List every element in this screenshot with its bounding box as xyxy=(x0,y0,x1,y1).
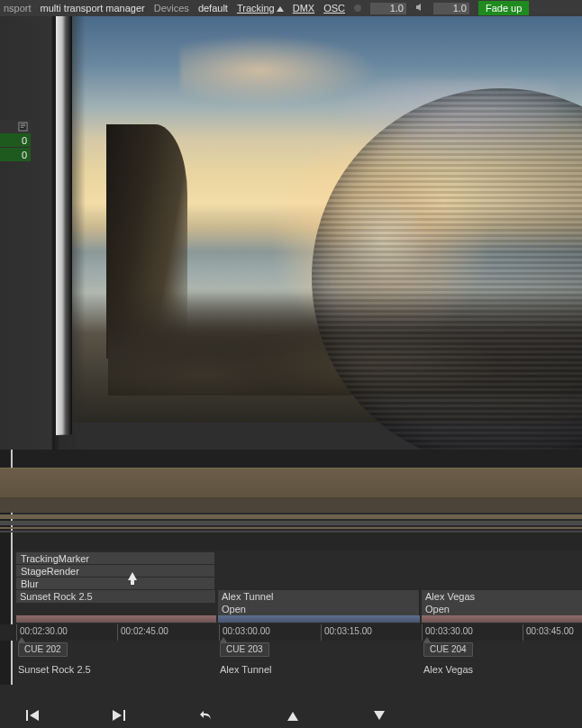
clip[interactable]: Sunset Rock 2.5 xyxy=(16,590,216,603)
cue-marker[interactable]: CUE 203 xyxy=(220,642,269,657)
clip[interactable]: Alex Vegas xyxy=(422,590,582,603)
ruler-tick: 00:02:45.00 xyxy=(117,624,168,641)
svg-marker-5 xyxy=(287,712,298,721)
time-ruler[interactable]: 00:02:30.00 00:02:45.00 00:03:00.00 00:0… xyxy=(0,624,582,641)
segment[interactable] xyxy=(422,615,582,623)
fade-up-button[interactable]: Fade up xyxy=(478,1,529,15)
track-label[interactable]: Blur xyxy=(16,578,214,590)
segment-row xyxy=(16,615,582,623)
clip-row-names: Sunset Rock 2.5 Alex Tunnel Alex Vegas xyxy=(16,590,582,603)
svg-marker-6 xyxy=(374,711,385,720)
cue-label: Alex Tunnel xyxy=(220,664,271,675)
track-label[interactable]: TrackingMarker xyxy=(16,552,214,565)
clip-open[interactable]: Open xyxy=(218,603,420,615)
cue-row: CUE 202 CUE 203 CUE 204 xyxy=(0,642,582,659)
menu-bar: nsport multi transport manager Devices d… xyxy=(0,0,582,16)
volume-icon[interactable] xyxy=(415,3,424,14)
ruler-tick: 00:03:15.00 xyxy=(321,624,372,641)
viewport-3d[interactable]: 0 0 xyxy=(0,16,582,450)
clip[interactable]: Alex Tunnel xyxy=(218,590,420,603)
svg-marker-3 xyxy=(113,710,122,721)
cue-marker[interactable]: CUE 204 xyxy=(423,642,473,657)
clip-open[interactable]: Open xyxy=(422,603,582,615)
transport-controls xyxy=(0,703,582,728)
track-label[interactable]: StageRender xyxy=(16,565,214,578)
svg-rect-4 xyxy=(123,710,125,721)
brightness-slider[interactable]: 1.0 xyxy=(370,3,406,14)
cue-label: Sunset Rock 2.5 xyxy=(18,664,91,675)
pin-icon xyxy=(277,6,284,12)
up-arrow-icon[interactable] xyxy=(128,572,137,580)
jump-down-button[interactable] xyxy=(371,709,387,722)
clip-row-open: Open Open xyxy=(16,603,582,615)
jump-up-button[interactable] xyxy=(285,709,301,722)
timeline-panel: TrackingMarker StageRender Blur Sunset R… xyxy=(0,450,582,728)
prev-button[interactable] xyxy=(25,709,41,722)
notes-icon[interactable] xyxy=(0,120,31,133)
menu-dmx[interactable]: DMX xyxy=(293,3,314,14)
ruler-tick: 00:03:45.00 xyxy=(523,624,574,641)
next-button[interactable] xyxy=(112,709,128,722)
svg-marker-2 xyxy=(30,710,39,721)
menu-title[interactable]: multi transport manager xyxy=(41,3,145,14)
undo-button[interactable] xyxy=(198,709,214,722)
scene-render xyxy=(54,16,582,423)
track-band-3[interactable] xyxy=(0,514,582,519)
volume-slider[interactable]: 1.0 xyxy=(433,3,469,14)
counter-2[interactable]: 0 xyxy=(0,148,31,161)
side-counter-panel: 0 0 xyxy=(0,120,31,162)
stage-wall xyxy=(0,16,86,450)
segment[interactable] xyxy=(218,615,420,623)
svg-rect-1 xyxy=(26,710,28,721)
menu-devices[interactable]: Devices xyxy=(154,3,189,14)
menu-default[interactable]: default xyxy=(198,3,228,14)
menu-transport[interactable]: nsport xyxy=(4,3,32,14)
menu-tracking[interactable]: Tracking xyxy=(237,3,284,14)
track-band-1[interactable] xyxy=(0,468,582,498)
counter-1[interactable]: 0 xyxy=(0,133,31,147)
menu-osc[interactable]: OSC xyxy=(323,3,345,14)
indicator-icon[interactable] xyxy=(354,5,361,12)
cue-label: Alex Vegas xyxy=(423,664,473,675)
cue-labels-row: Sunset Rock 2.5 Alex Tunnel Alex Vegas xyxy=(0,664,582,678)
track-band-2[interactable] xyxy=(0,498,582,513)
cue-marker[interactable]: CUE 202 xyxy=(18,642,68,657)
segment[interactable] xyxy=(16,615,216,623)
